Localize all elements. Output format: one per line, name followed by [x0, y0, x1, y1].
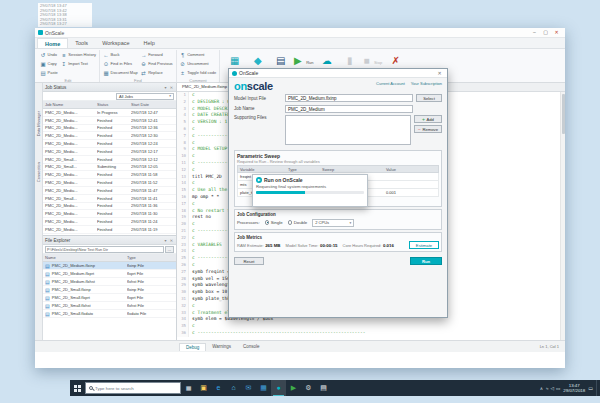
subscription-link[interactable]: Your Subscription: [411, 81, 442, 86]
ribbon-button[interactable]: ▤Paste: [40, 68, 58, 77]
notification-center-icon[interactable]: ▭: [588, 385, 593, 391]
ribbon-button[interactable]: ↺Undo: [40, 50, 58, 59]
taskbar-app-icon[interactable]: ⚙: [301, 380, 316, 396]
job-row[interactable]: PMC_2D_Mediu... Finished 29/07/18 11:47: [43, 187, 176, 195]
sweep-value[interactable]: 0.001: [386, 190, 434, 195]
taskbar-app-icon[interactable]: ⌂: [226, 380, 241, 396]
file-row[interactable]: ▤PMC_2D_Medium.flxinp flxinp File: [43, 262, 176, 270]
job-row[interactable]: PMC_2D_Small... Finished 29/07/18 11:41: [43, 195, 176, 203]
file-row[interactable]: ▤PMC_2D_Small.flxprt flxprt File: [43, 294, 176, 302]
ribbon-button[interactable]: ⇄Replace: [141, 68, 173, 77]
panel-header-icons[interactable]: ▾ ✕: [165, 238, 174, 243]
taskbar-search[interactable]: Type here to search: [85, 382, 181, 394]
panel-header-icons[interactable]: ▾ ✕: [165, 85, 174, 90]
tray-icon[interactable]: ◁: [551, 386, 554, 391]
dialog-close-icon[interactable]: ✕: [435, 70, 444, 76]
line-number: 14: [177, 180, 189, 187]
ribbon-button[interactable]: ⊙Find in Files: [103, 59, 138, 68]
job-status: Finished: [97, 227, 131, 232]
bottom-tab[interactable]: Debug: [179, 343, 206, 351]
model-input-field[interactable]: PMC_2D_Medium.flxinp: [285, 94, 413, 102]
side-tab-connection[interactable]: Connection: [36, 162, 41, 182]
job-row[interactable]: PMC_2D_Mediu... Finished 29/07/18 11:24: [43, 218, 176, 226]
side-tab-data-manager[interactable]: Data Manager: [36, 111, 41, 136]
ribbon-button[interactable]: ≡Session History: [61, 50, 96, 59]
taskbar-app-icon[interactable]: ▣: [196, 380, 211, 396]
file-row[interactable]: ▤PMC_2D_Small.flxhst flxhst File: [43, 302, 176, 310]
job-row[interactable]: PMC_2D_Mediu... Finished 29/07/18 11:19: [43, 226, 176, 234]
ribbon-button[interactable]: ¶Comment: [180, 50, 217, 59]
close-button[interactable]: ✕: [551, 28, 562, 37]
job-name-field[interactable]: PMC_2D_Medium: [285, 105, 413, 113]
col-job-name[interactable]: Job Name: [43, 102, 97, 107]
col-start-date[interactable]: Start Date: [131, 102, 173, 107]
bottom-tab[interactable]: Warnings: [206, 343, 237, 351]
job-row[interactable]: PMC_2D_Mediu... Finished 29/07/18 11:52: [43, 179, 176, 187]
ribbon-button[interactable]: ▦Document Map: [103, 68, 138, 77]
taskbar-app-icon[interactable]: e: [211, 380, 226, 396]
ribbon-tab[interactable]: Workspace: [95, 38, 136, 48]
file-row[interactable]: ▤PMC_2D_Small.flxdato flxdato File: [43, 310, 176, 318]
ribbon-button[interactable]: ⊖Find Previous: [141, 59, 173, 68]
file-row[interactable]: ▤PMC_2D_Medium.flxprt flxprt File: [43, 270, 176, 278]
ribbon-tab[interactable]: Tools: [68, 38, 95, 48]
job-row[interactable]: PMC_2D_Mediu... Finished 29/07/18 12:24: [43, 140, 176, 148]
reset-button[interactable]: Reset: [234, 257, 264, 265]
taskbar-app-icon[interactable]: ▶: [286, 380, 301, 396]
file-row[interactable]: ▤PMC_2D_Medium.flxhst flxhst File: [43, 278, 176, 286]
job-row[interactable]: PMC_2D_Mediu... Finished 29/07/18 12:36: [43, 125, 176, 133]
ribbon-button[interactable]: →Forward: [141, 50, 173, 59]
job-row[interactable]: PMC_2D_Mediu... Finished 29/07/18 11:58: [43, 171, 176, 179]
taskbar-app-icon[interactable]: ▦: [256, 380, 271, 396]
show-desktop-button[interactable]: [596, 380, 598, 396]
cpus-dropdown[interactable]: 2 CPUs ▾: [312, 219, 354, 227]
job-row[interactable]: PMC_2D_Mediu... Finished 29/07/18 12:41: [43, 117, 176, 125]
editor-tab[interactable]: PMC_2D_Medium.flxinp: [177, 83, 233, 91]
ribbon-button[interactable]: ↧Import Text: [61, 59, 96, 68]
supporting-files-list[interactable]: [285, 115, 411, 145]
job-row[interactable]: PMC_2D_Small... Finished 29/07/18 12:12: [43, 156, 176, 164]
start-button[interactable]: [70, 380, 85, 396]
tray-icon[interactable]: ≈: [546, 386, 548, 391]
remove-file-button[interactable]: −Remove: [414, 125, 442, 133]
estimate-button[interactable]: Estimate: [409, 241, 439, 249]
taskbar-app-icon[interactable]: ▤: [316, 380, 331, 396]
taskbar-app-icon[interactable]: ✉: [241, 380, 256, 396]
run-button[interactable]: Run: [410, 257, 442, 265]
job-row[interactable]: PMC_2D_Small... Submitting 29/07/18 12:0…: [43, 164, 176, 172]
job-row[interactable]: PMC_2D_Mediu... Finished 29/07/18 11:36: [43, 203, 176, 211]
job-row[interactable]: PMC_2D_Mediu... Finished 29/07/18 12:30: [43, 132, 176, 140]
job-row[interactable]: PMC_2D_Mediu... Finished 29/07/18 11:30: [43, 210, 176, 218]
bottom-tab[interactable]: Console: [237, 343, 266, 351]
taskbar-clock[interactable]: 13:47 29/07/2018: [563, 383, 585, 393]
select-button[interactable]: Select: [416, 94, 442, 102]
radio-single[interactable]: Single: [265, 220, 283, 225]
job-row[interactable]: PMC_2D_Mediu... Finished 29/07/18 12:17: [43, 148, 176, 156]
radio-double[interactable]: Double: [288, 220, 308, 225]
ribbon-button[interactable]: ←Back: [103, 50, 138, 59]
job-filter-dropdown[interactable]: All Jobs ▾: [116, 93, 174, 100]
file-row[interactable]: ▤PMC_2D_Small.flxinp flxinp File: [43, 286, 176, 294]
maximize-button[interactable]: ▢: [540, 28, 551, 37]
ribbon-button[interactable]: ±Toggle fold code: [180, 68, 217, 77]
ribbon-tab[interactable]: Help: [137, 38, 162, 48]
path-input[interactable]: P:\Files\c\Desktop\New Test Run Dir: [45, 246, 164, 253]
editor-scrollbar[interactable]: [560, 92, 565, 340]
job-row[interactable]: PMC_2D_Mediu... In Progress 29/07/18 12:…: [43, 109, 176, 117]
ribbon-tab[interactable]: Home: [37, 38, 68, 48]
add-file-button[interactable]: +Add: [414, 115, 442, 123]
tray-icon[interactable]: ▭: [556, 386, 560, 391]
browse-button[interactable]: ...: [165, 246, 174, 253]
ribbon-button[interactable]: ▣Copy: [40, 59, 58, 68]
current-account-link[interactable]: Current Account: [376, 81, 405, 86]
task-view-icon[interactable]: ▦: [181, 380, 196, 396]
col-file-name[interactable]: Name: [43, 255, 127, 260]
line-number: 9: [177, 146, 189, 153]
minimize-button[interactable]: –: [529, 28, 540, 37]
scrollbar-thumb[interactable]: [562, 94, 565, 134]
taskbar-app-icon[interactable]: ●: [271, 380, 286, 396]
ribbon-button[interactable]: ⊘Uncomment: [180, 59, 217, 68]
col-file-type[interactable]: Type: [127, 255, 173, 260]
tray-chevron-icon[interactable]: ∧: [540, 386, 543, 391]
col-status[interactable]: Status: [97, 102, 131, 107]
